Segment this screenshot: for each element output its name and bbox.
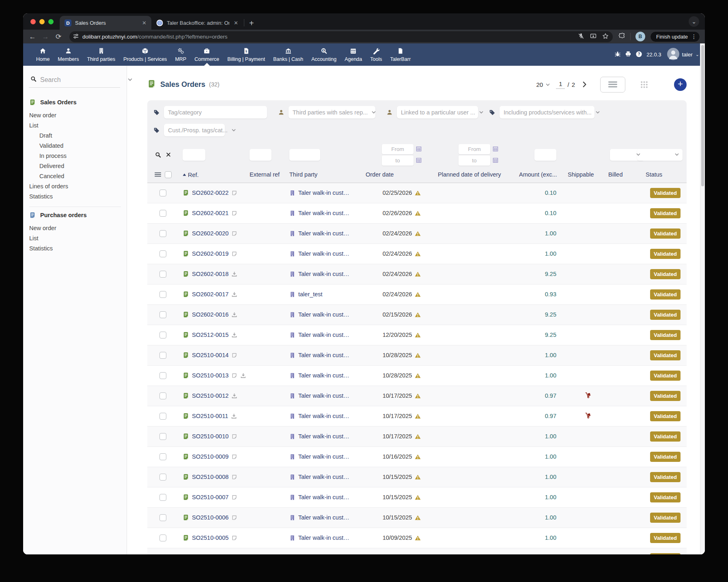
filter-select[interactable]: Including products/services with... — [500, 106, 594, 119]
row-checkbox[interactable] — [159, 271, 166, 278]
close-window-button[interactable] — [30, 19, 36, 24]
date-to-input[interactable]: to — [459, 155, 490, 166]
column-header-ref[interactable]: Ref. — [188, 172, 199, 178]
order-row[interactable]: SO2602-0020 Taler walk-in cust… 02/24/20… — [147, 223, 687, 244]
column-header-order-date[interactable]: Order date — [366, 167, 438, 183]
sidebar-item-lines-of-orders[interactable]: Lines of orders — [29, 181, 123, 191]
topmenu-members[interactable]: Members — [54, 43, 83, 66]
search-input[interactable] — [40, 76, 124, 84]
row-checkbox[interactable] — [159, 311, 166, 318]
topmenu-agenda[interactable]: Agenda — [340, 43, 366, 66]
order-ref-link[interactable]: SO2602-0017 — [192, 291, 228, 297]
order-amount[interactable]: 1.00 — [519, 365, 568, 386]
bookmark-star-icon[interactable] — [602, 33, 609, 41]
cast-icon[interactable] — [590, 33, 597, 41]
ref-filter-input[interactable] — [183, 149, 205, 161]
row-checkbox[interactable] — [159, 494, 166, 501]
order-ref-link[interactable]: SO2602-0016 — [192, 311, 228, 318]
back-button[interactable]: ← — [27, 33, 38, 40]
third-party-link[interactable]: Taler walk-in cust… — [298, 332, 349, 338]
help-icon[interactable]: ? — [635, 51, 642, 59]
sidebar-item-new-order[interactable]: New order — [29, 223, 123, 233]
third-party-link[interactable]: Taler walk-in cust… — [298, 250, 349, 257]
order-ref-link[interactable]: SO2510-0006 — [192, 514, 228, 521]
order-amount[interactable]: 1.00 — [519, 426, 568, 446]
create-order-button[interactable]: + — [674, 78, 687, 91]
filter-cust-prosp-tags-cat-[interactable]: Cust./Prosp. tags/cat... — [153, 124, 225, 136]
order-row[interactable]: SO2510-0011 Taler walk-in cust… 10/17/20… — [147, 406, 687, 426]
row-checkbox[interactable] — [159, 352, 166, 359]
order-ref-link[interactable]: SO2510-0007 — [192, 494, 228, 500]
order-amount[interactable]: 1.00 — [519, 244, 568, 264]
column-header-billed[interactable]: Billed — [608, 167, 646, 183]
order-row[interactable]: SO2510-0010 Taler walk-in cust… 10/17/20… — [147, 426, 687, 446]
browser-tab[interactable]: D Sales Orders ✕ — [60, 16, 151, 30]
column-header-status[interactable]: Status — [646, 167, 687, 183]
column-header-external-ref[interactable]: External ref — [246, 167, 284, 183]
row-checkbox[interactable] — [159, 433, 166, 440]
status-filter-select[interactable] — [637, 149, 683, 161]
tab-close-icon[interactable]: ✕ — [141, 20, 147, 26]
order-amount[interactable]: 1.00 — [519, 528, 568, 548]
order-row[interactable]: SO2602-0017 taler_test 02/24/2026 0.93 V… — [147, 284, 687, 304]
fullscreen-window-button[interactable] — [48, 19, 54, 24]
tab-close-icon[interactable]: ✕ — [233, 20, 239, 26]
third-party-link[interactable]: Taler walk-in cust… — [298, 392, 349, 399]
order-amount[interactable]: 9.25 — [519, 264, 568, 284]
order-ref-link[interactable]: SO2510-0012 — [192, 392, 228, 399]
order-amount[interactable]: 0.93 — [519, 284, 568, 304]
third-party-link[interactable]: Taler walk-in cust… — [298, 372, 349, 379]
filter-tag-category[interactable]: Tag/category — [153, 106, 267, 119]
clear-filters-icon[interactable] — [166, 152, 171, 157]
order-row[interactable]: SO2510-0012 Taler walk-in cust… 10/17/20… — [147, 386, 687, 406]
calendar-picker-icon[interactable] — [416, 157, 422, 163]
sidebar-item-statistics[interactable]: Statistics — [29, 191, 123, 201]
topmenu-home[interactable]: Home — [32, 43, 54, 66]
order-ref-link[interactable]: SO2602-0019 — [192, 250, 228, 257]
order-amount[interactable]: 9.25 — [519, 304, 568, 325]
sidebar-item-statistics[interactable]: Statistics — [29, 243, 123, 253]
order-ref-link[interactable]: SO2510-0008 — [192, 474, 228, 480]
third-party-filter-input[interactable] — [289, 149, 320, 161]
order-ref-link[interactable]: SO2510-0013 — [192, 372, 228, 379]
topmenu-commerce[interactable]: Commerce — [190, 43, 223, 66]
order-amount[interactable]: 0.97 — [519, 386, 568, 406]
topmenu-talerbarr[interactable]: TalerBarr — [386, 43, 415, 66]
row-checkbox[interactable] — [159, 190, 166, 196]
topmenu-accounting[interactable]: $ Accounting — [307, 43, 340, 66]
sidebar-section-purchase-orders[interactable]: Purchase orders — [29, 212, 123, 218]
order-row[interactable]: SO2510-0005 Taler walk-in cust… 10/09/20… — [147, 528, 687, 548]
sidebar-item-canceled[interactable]: Canceled — [29, 171, 123, 181]
row-checkbox[interactable] — [159, 474, 166, 481]
order-ref-link[interactable]: SO2510-0011 — [192, 413, 228, 419]
finish-update-button[interactable]: Finish update ⋮ — [650, 31, 700, 42]
order-row[interactable]: SO2510-0008 Taler walk-in cust… 10/15/20… — [147, 467, 687, 487]
column-header-amount[interactable]: Amount (exc... — [519, 167, 568, 183]
topmenu-products-services[interactable]: Products | Services — [119, 43, 171, 66]
third-party-link[interactable]: taler_test — [298, 291, 323, 297]
row-checkbox[interactable] — [159, 332, 166, 338]
order-amount[interactable]: 0.97 — [519, 406, 568, 426]
list-view-button[interactable] — [600, 77, 625, 93]
sidebar-item-list[interactable]: List — [29, 233, 123, 243]
forward-button[interactable]: → — [40, 33, 51, 40]
third-party-link[interactable]: Taler walk-in cust… — [298, 413, 349, 419]
row-checkbox[interactable] — [159, 230, 166, 237]
order-amount[interactable]: 9.25 — [519, 548, 568, 554]
order-amount[interactable]: 0.10 — [519, 183, 568, 203]
topmenu-mrp[interactable]: MRP — [171, 43, 190, 66]
order-row[interactable]: SO2602-0021 Taler walk-in cust… 02/26/20… — [147, 203, 687, 223]
date-from-input[interactable]: From — [459, 144, 490, 154]
date-from-input[interactable]: From — [382, 144, 414, 154]
grid-view-button[interactable] — [634, 81, 654, 88]
calendar-picker-icon[interactable] — [493, 157, 498, 163]
filter-input[interactable]: Tag/category — [164, 106, 267, 119]
filter-select[interactable]: Third parties with sales rep... — [289, 106, 375, 119]
column-header-shippable[interactable]: Shippable — [568, 167, 608, 183]
third-party-link[interactable]: Taler walk-in cust… — [298, 453, 349, 460]
browser-menu-icon[interactable]: ⋮ — [691, 33, 697, 40]
third-party-link[interactable]: Taler walk-in cust… — [298, 271, 349, 277]
row-checkbox[interactable] — [159, 453, 166, 460]
sidebar-item-list[interactable]: List — [29, 120, 123, 130]
topmenu-third-parties[interactable]: Third parties — [83, 43, 119, 66]
